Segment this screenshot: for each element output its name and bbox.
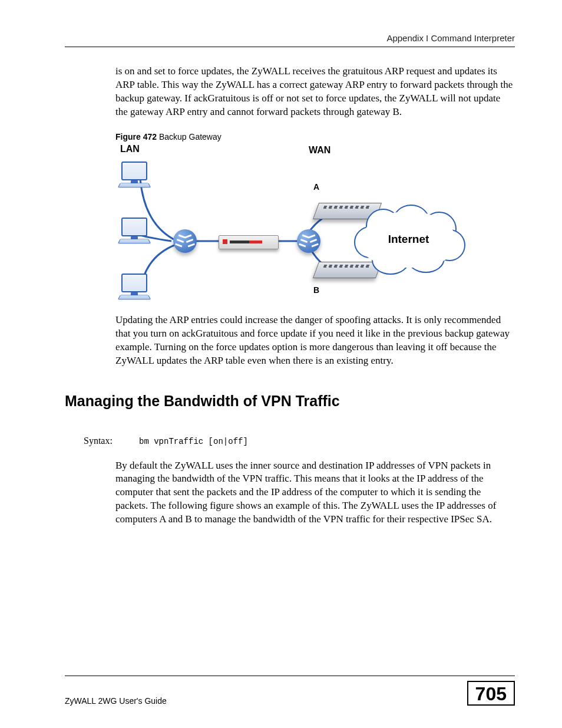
computer-icon (121, 274, 150, 298)
label-lan: LAN (120, 144, 140, 154)
page-number: 705 (467, 681, 515, 706)
footer-guide-name: ZyWALL 2WG User's Guide (65, 696, 167, 706)
syntax-label: Syntax: (84, 436, 137, 446)
figure-number: Figure 472 (115, 132, 157, 141)
footer-divider (65, 676, 515, 676)
figure-title: Backup Gateway (157, 132, 222, 141)
computer-icon (121, 218, 150, 242)
figure-caption: Figure 472 Backup Gateway (115, 132, 515, 141)
syntax-code: bm vpnTraffic [on|off] (139, 437, 248, 446)
syntax-row: Syntax: bm vpnTraffic [on|off] (84, 436, 515, 446)
label-wan: WAN (309, 145, 330, 156)
router-icon (173, 229, 197, 253)
paragraph-3: By default the ZyWALL uses the inner sou… (115, 459, 515, 527)
label-a: A (313, 182, 319, 192)
router-icon (297, 229, 320, 253)
paragraph-1: is on and set to force updates, the ZyWA… (115, 65, 515, 119)
page-footer: ZyWALL 2WG User's Guide 705 (65, 671, 515, 706)
header-appendix: Appendix I Command Interpreter (65, 33, 515, 43)
paragraph-2: Updating the ARP entries could increase … (115, 314, 515, 368)
header-divider (65, 47, 515, 47)
computer-icon (121, 162, 150, 186)
firewall-icon (219, 235, 279, 249)
figure-diagram: LAN WAN A B Internet (115, 144, 457, 308)
cloud-icon: Internet (360, 212, 457, 268)
label-b: B (313, 285, 319, 295)
label-internet: Internet (360, 233, 457, 246)
section-heading: Managing the Bandwidth of VPN Traffic (65, 393, 515, 410)
